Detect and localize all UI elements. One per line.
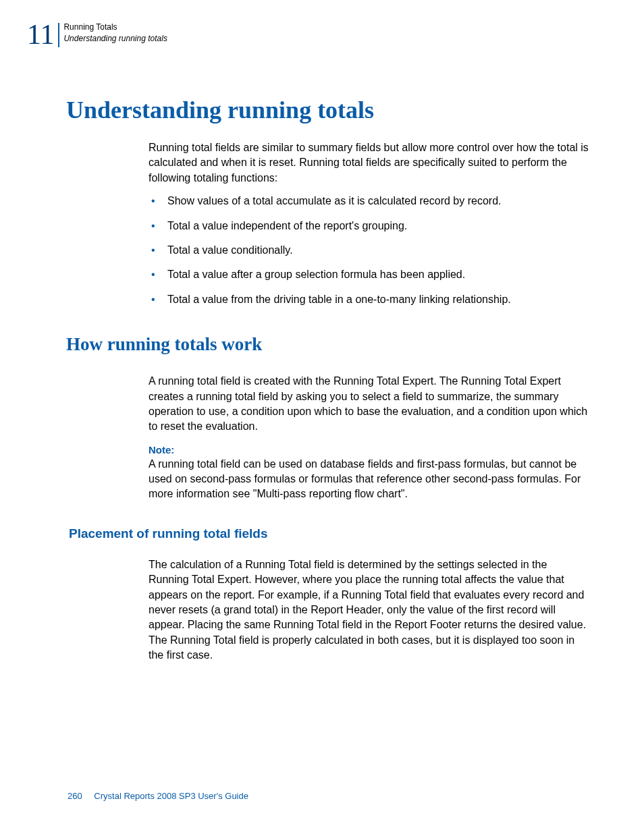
section3-paragraph: The calculation of a Running Total field…: [149, 557, 590, 663]
list-item: Show values of a total accumulate as it …: [149, 194, 590, 209]
header-text-block: Running Totals Understanding running tot…: [63, 20, 167, 45]
header-divider: [58, 23, 59, 47]
note-body: A running total field can be used on dat…: [149, 457, 590, 502]
section2-paragraph: A running total field is created with th…: [149, 374, 590, 435]
page-footer: 260 Crystal Reports 2008 SP3 User's Guid…: [68, 791, 248, 801]
section-heading: How running totals work: [66, 334, 603, 355]
page-title: Understanding running totals: [66, 96, 603, 124]
header-chapter-title: Running Totals: [63, 22, 167, 33]
list-item: Total a value after a group selection fo…: [149, 267, 590, 282]
chapter-number: 11: [27, 20, 54, 49]
list-item: Total a value from the driving table in …: [149, 292, 590, 307]
header-section-title: Understanding running totals: [63, 33, 167, 45]
note-label: Note:: [149, 444, 590, 456]
subsection-heading: Placement of running total fields: [69, 526, 603, 541]
page-header: 11 Running Totals Understanding running …: [27, 20, 603, 49]
list-item: Total a value independent of the report'…: [149, 219, 590, 233]
list-item: Total a value conditionally.: [149, 243, 590, 258]
bullet-list: Show values of a total accumulate as it …: [149, 194, 590, 307]
intro-paragraph: Running total fields are similar to summ…: [149, 140, 590, 186]
page-number: 260: [68, 791, 82, 801]
book-title: Crystal Reports 2008 SP3 User's Guide: [94, 791, 248, 801]
